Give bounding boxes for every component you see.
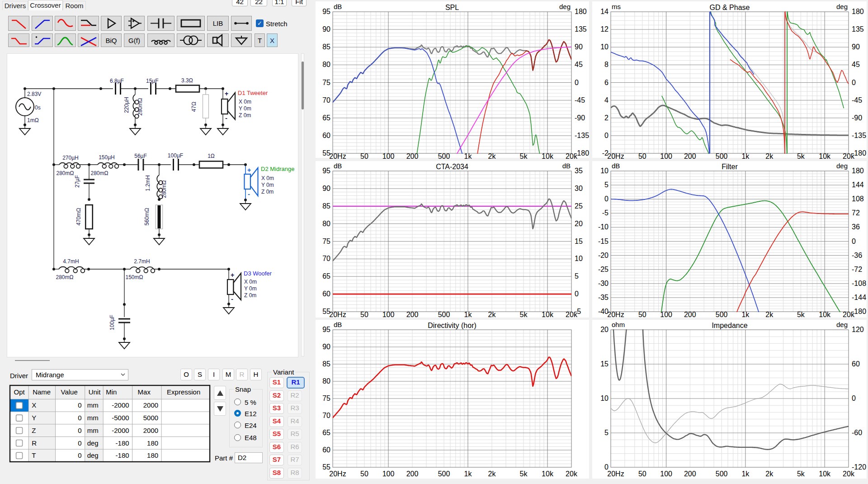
svg-text:-30: -30: [598, 280, 609, 287]
svg-text:5: 5: [604, 181, 609, 189]
svg-text:5000: 5000: [143, 414, 158, 422]
svg-text:500: 500: [438, 152, 450, 160]
svg-text:135: 135: [575, 25, 587, 33]
svg-text:50: 50: [638, 152, 646, 160]
svg-text:T: T: [32, 451, 36, 459]
svg-text:-36: -36: [852, 251, 862, 259]
svg-text:Y 0m: Y 0m: [244, 285, 257, 292]
svg-text:1k: 1k: [741, 311, 750, 318]
svg-text:-20: -20: [598, 251, 609, 259]
svg-text:27µF: 27µF: [74, 175, 80, 188]
svg-text:10: 10: [600, 394, 609, 402]
svg-text:5k: 5k: [797, 311, 805, 318]
svg-text:100: 100: [382, 470, 395, 478]
svg-text:200: 200: [406, 311, 419, 318]
svg-text:CTA-2034: CTA-2034: [436, 163, 468, 171]
svg-text:X 0m: X 0m: [244, 279, 257, 285]
svg-text:20k: 20k: [843, 470, 855, 478]
svg-text:0: 0: [78, 451, 81, 459]
svg-text:Z 0m: Z 0m: [261, 189, 274, 195]
svg-text:2k: 2k: [765, 470, 774, 478]
svg-text:20Hz: 20Hz: [329, 311, 346, 318]
svg-text:80: 80: [322, 220, 330, 228]
svg-text:5: 5: [575, 272, 579, 280]
svg-text:2k: 2k: [765, 152, 774, 160]
svg-text:60: 60: [322, 446, 330, 454]
svg-text:560mΩ: 560mΩ: [144, 208, 150, 225]
svg-text:Expression: Expression: [167, 388, 200, 396]
svg-text:0s: 0s: [35, 104, 41, 111]
svg-text:2000: 2000: [143, 401, 158, 409]
svg-text:70: 70: [322, 412, 330, 419]
svg-text:60: 60: [322, 132, 330, 139]
svg-text:20Hz: 20Hz: [607, 311, 624, 318]
svg-text:0: 0: [575, 290, 579, 298]
svg-text:mm: mm: [87, 414, 98, 422]
svg-text:35: 35: [575, 167, 583, 175]
svg-text:180: 180: [147, 451, 158, 459]
svg-text:45: 45: [575, 61, 583, 68]
svg-text:0: 0: [852, 79, 856, 86]
svg-text:10k: 10k: [542, 311, 554, 318]
svg-text:500: 500: [438, 311, 450, 318]
svg-text:dB: dB: [334, 162, 342, 170]
svg-text:deg: deg: [87, 439, 98, 447]
svg-text:47Ω: 47Ω: [191, 102, 197, 112]
svg-text:10k: 10k: [542, 152, 554, 160]
svg-text:5: 5: [604, 429, 609, 437]
svg-text:85: 85: [322, 360, 330, 368]
svg-text:10: 10: [600, 167, 609, 175]
svg-text:2: 2: [604, 114, 609, 122]
svg-text:85: 85: [322, 202, 330, 210]
svg-text:+: +: [225, 90, 228, 97]
svg-text:6: 6: [604, 79, 609, 86]
svg-text:95: 95: [322, 8, 330, 15]
svg-text:deg: deg: [87, 451, 98, 459]
svg-text:mm: mm: [87, 427, 98, 434]
svg-text:-108: -108: [852, 280, 866, 287]
svg-text:Max: Max: [137, 388, 151, 396]
svg-text:5k: 5k: [797, 152, 805, 160]
svg-text:1k: 1k: [464, 470, 472, 478]
svg-text:deg: deg: [836, 3, 848, 10]
svg-text:+: +: [247, 166, 251, 174]
svg-text:100: 100: [660, 152, 672, 160]
svg-text:20Hz: 20Hz: [607, 152, 624, 160]
svg-text:0: 0: [78, 439, 81, 447]
svg-text:3.3Ω: 3.3Ω: [181, 77, 193, 84]
svg-text:90: 90: [575, 43, 583, 51]
svg-text:Opt: Opt: [14, 388, 25, 396]
svg-text:56µF: 56µF: [134, 153, 147, 159]
svg-text:-15: -15: [598, 237, 609, 245]
svg-text:-144: -144: [852, 294, 866, 301]
svg-text:Directivity (hor): Directivity (hor): [428, 322, 476, 329]
svg-text:-60: -60: [852, 429, 862, 437]
svg-text:-45: -45: [575, 96, 585, 104]
svg-text:-90: -90: [852, 114, 862, 122]
svg-text:Y 0m: Y 0m: [239, 105, 251, 112]
svg-text:200: 200: [684, 311, 696, 318]
svg-text:10k: 10k: [819, 311, 831, 318]
svg-text:280mΩ: 280mΩ: [137, 98, 143, 115]
svg-text:20Hz: 20Hz: [329, 152, 346, 160]
svg-text:72: 72: [852, 209, 860, 217]
svg-text:0: 0: [852, 237, 856, 245]
svg-text:X 0m: X 0m: [261, 175, 274, 181]
svg-text:65: 65: [322, 272, 330, 280]
svg-text:150µH: 150µH: [99, 154, 115, 161]
svg-text:ohm: ohm: [612, 321, 625, 328]
svg-text:dB: dB: [334, 321, 342, 328]
svg-text:100: 100: [382, 311, 395, 318]
svg-text:+: +: [231, 271, 234, 279]
svg-text:90: 90: [322, 25, 330, 33]
svg-text:deg: deg: [836, 321, 848, 328]
svg-text:20k: 20k: [566, 152, 578, 160]
svg-text:50: 50: [638, 470, 646, 478]
svg-text:80: 80: [322, 61, 330, 68]
svg-text:50: 50: [360, 311, 368, 318]
svg-text:150mΩ: 150mΩ: [126, 274, 143, 280]
svg-text:120: 120: [852, 326, 864, 333]
svg-text:1k: 1k: [464, 311, 472, 318]
svg-text:144: 144: [852, 181, 864, 189]
svg-text:1Ω: 1Ω: [208, 153, 215, 159]
